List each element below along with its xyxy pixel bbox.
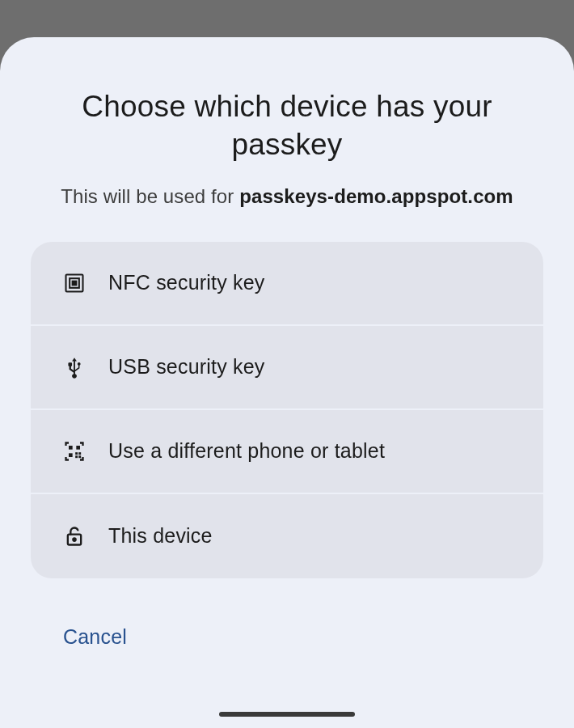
svg-rect-4 [76, 446, 80, 450]
qr-code-icon [63, 440, 86, 463]
sheet-title: Choose which device has your passkey [31, 87, 543, 164]
cancel-button[interactable]: Cancel [63, 625, 127, 649]
device-options-list: NFC security key USB security key [31, 242, 543, 578]
option-label: NFC security key [108, 271, 265, 294]
usb-icon [63, 356, 86, 379]
svg-point-11 [73, 538, 75, 540]
sheet-subtitle: This will be used for passkeys-demo.apps… [31, 185, 543, 208]
option-label: USB security key [108, 355, 265, 379]
svg-rect-3 [69, 446, 73, 450]
cancel-row: Cancel [31, 625, 543, 649]
subtitle-domain: passkeys-demo.appspot.com [239, 185, 513, 207]
gesture-nav-bar[interactable] [219, 712, 355, 717]
option-different-phone[interactable]: Use a different phone or tablet [31, 410, 543, 494]
option-nfc-security-key[interactable]: NFC security key [31, 242, 543, 326]
svg-rect-5 [69, 453, 73, 457]
svg-rect-6 [75, 452, 78, 455]
option-usb-security-key[interactable]: USB security key [31, 326, 543, 410]
svg-rect-9 [78, 452, 81, 455]
svg-rect-8 [75, 455, 78, 458]
lock-open-icon [63, 525, 86, 548]
option-label: Use a different phone or tablet [108, 439, 385, 463]
nfc-icon [63, 272, 86, 294]
option-label: This device [108, 524, 213, 548]
bottom-sheet: Choose which device has your passkey Thi… [0, 37, 574, 728]
subtitle-prefix: This will be used for [61, 185, 239, 207]
svg-rect-2 [73, 281, 77, 285]
option-this-device[interactable]: This device [31, 494, 543, 578]
svg-rect-7 [78, 455, 81, 458]
